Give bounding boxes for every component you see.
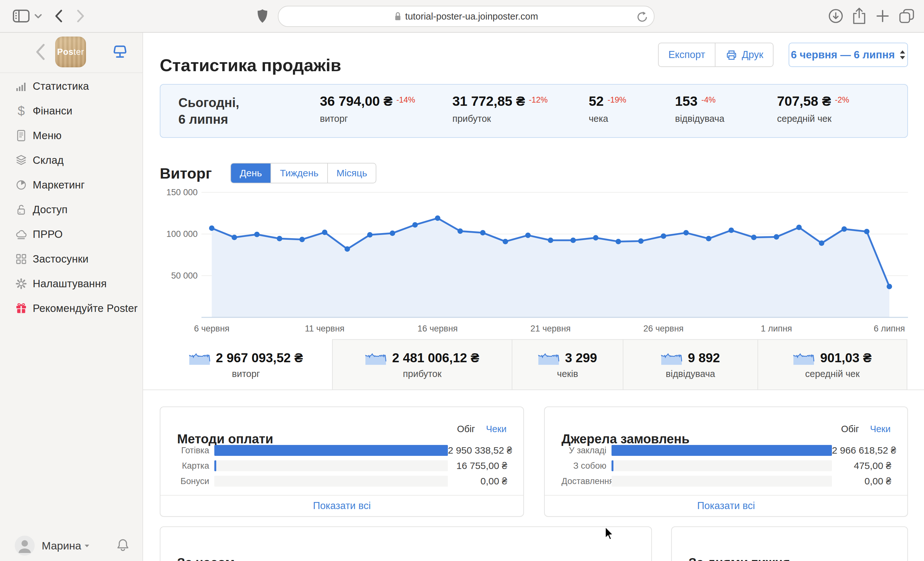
bar-track [214,476,448,487]
metric-cell-відвідувача[interactable]: 9 892 відвідувача [623,339,758,389]
metric-cell-top: 3 299 [538,350,597,365]
bar-row-label: З собою [561,461,612,471]
dollar-icon: $ [14,105,28,117]
today-title: Сьогодні, 6 липня [178,94,239,127]
sidebar-header: Poster [0,32,142,73]
svg-text:1 липня: 1 липня [761,324,792,334]
order-sources-show-all[interactable]: Показати всі [545,495,908,516]
metric-cell-прибуток[interactable]: 2 481 006,12 ₴ прибуток [332,339,512,389]
layers-icon [14,154,28,167]
sidebar-item-label: ПРРО [33,228,63,241]
chevron-down-icon[interactable] [33,0,43,32]
logo-text-light: ter [74,47,84,57]
sidebar-item-access[interactable]: Доступ [0,197,142,222]
sidebar-item-settings[interactable]: Налаштування [0,271,142,296]
export-label: Експорт [668,49,705,61]
today-title-line1: Сьогодні, [178,94,239,111]
tab-week[interactable]: Тиждень [270,163,327,183]
sidebar-item-statistics[interactable]: Статистика [0,74,142,99]
bar-row-У-закладі: У закладі 2 966 618,52 ₴ [561,445,891,456]
today-stat-value: 52-19% [589,94,626,109]
poster-logo[interactable]: Poster [55,37,86,67]
metric-label: чеків [557,369,578,379]
lock-open-icon [14,203,28,216]
revenue-title: Виторг [160,165,212,182]
user-name: Марина [42,540,81,552]
share-icon[interactable] [851,0,867,32]
notifications-bell-icon[interactable] [116,538,130,554]
sidebar-item-marketing[interactable]: Маркетинг [0,172,142,197]
sidebar-item-apps[interactable]: Застосунки [0,247,142,271]
bar-row-label: Бонуси [177,476,214,486]
sidebar: Poster Статистика $ Фінанси Меню Склад М… [0,32,143,561]
sidebar-toggle-icon[interactable] [12,0,30,32]
bar-row-value: 0,00 ₴ [832,476,891,487]
order-sources-rows: У закладі 2 966 618,52 ₴ З собою 475,00 … [561,445,891,491]
payment-methods-show-all[interactable]: Показати всі [160,495,523,516]
download-icon[interactable] [828,0,844,32]
new-tab-icon[interactable] [875,0,890,32]
sidebar-item-stock[interactable]: Склад [0,148,142,172]
metric-label: виторг [232,369,260,379]
address-bar[interactable]: tutorial-poster-ua.joinposter.com [278,6,654,27]
metrics-strip: 2 967 093,52 ₴ виторг 2 481 006,12 ₴ при… [160,339,908,389]
sidebar-item-label: Налаштування [33,278,106,290]
page-title: Статистика продажів [160,55,341,75]
bar-track [214,445,448,456]
bar-row-label: У закладі [561,446,612,456]
terminal-icon[interactable] [111,43,129,60]
back-icon[interactable] [52,0,65,32]
mouse-cursor [604,527,617,541]
logo-text-bold: Pos [57,47,74,57]
stepper-arrows-icon [899,50,906,60]
collapse-sidebar-icon[interactable] [34,42,45,62]
payment-methods-toggle: Обіг Чеки [457,424,507,434]
reload-icon[interactable] [636,11,648,23]
toggle-turnover[interactable]: Обіг [841,424,859,434]
sidebar-item-label: Меню [33,130,62,142]
bar-row-label: Картка [177,461,214,471]
sidebar-item-prro[interactable]: ПРРО [0,222,142,247]
today-stat: 36 794,00 ₴-14% виторг [320,94,415,124]
bar-row-value: 2 966 618,52 ₴ [832,445,891,456]
svg-text:26 червня: 26 червня [643,324,684,334]
metric-value: 901,03 ₴ [820,351,872,365]
user-menu[interactable]: Марина [0,533,142,558]
sidebar-item-recommend[interactable]: Рекомендуйте Poster [0,296,142,320]
sidebar-item-label: Рекомендуйте Poster [33,302,138,314]
sidebar-item-label: Склад [33,154,64,166]
toggle-receipts[interactable]: Чеки [486,424,507,434]
export-button[interactable]: Експорт [658,43,715,66]
tabs-overview-icon[interactable] [898,0,915,32]
tab-day[interactable]: День [231,163,270,183]
bar-row-З-собою: З собою 475,00 ₴ [561,460,891,471]
sparkline-icon [365,350,386,365]
sidebar-item-finance[interactable]: $ Фінанси [0,99,142,123]
print-button[interactable]: Друк [715,43,773,66]
today-stat-value: 707,58 ₴-2% [777,94,849,109]
strip-divider [142,389,924,390]
shield-icon[interactable] [255,0,270,32]
main-content: Статистика продажів Експорт Друк 6 червн… [142,32,924,561]
svg-text:150 000: 150 000 [166,187,198,197]
bar-chart-icon [14,80,28,93]
metric-cell-середній-чек[interactable]: 901,03 ₴ середній чек [758,339,908,389]
revenue-chart: 50 000100 000150 0006 червня11 червня16 … [160,186,908,334]
svg-text:21 червня: 21 червня [530,324,571,334]
today-stat-delta: -19% [608,95,626,104]
by-weekday-title: За днями тижня [688,555,790,561]
metric-cell-чеків[interactable]: 3 299 чеків [512,339,623,389]
forward-icon[interactable] [74,0,87,32]
toggle-turnover[interactable]: Обіг [457,424,475,434]
date-range-selector[interactable]: 6 червня — 6 липня [789,43,908,67]
metric-cell-виторг[interactable]: 2 967 093,52 ₴ виторг [160,339,332,389]
svg-text:100 000: 100 000 [166,229,198,239]
svg-text:50 000: 50 000 [171,271,198,280]
toggle-receipts[interactable]: Чеки [870,424,891,434]
sidebar-item-menu[interactable]: Меню [0,123,142,148]
svg-text:11 червня: 11 червня [305,324,345,334]
metric-cell-top: 9 892 [661,350,720,365]
tab-month[interactable]: Місяць [327,163,376,183]
today-stat-delta: -2% [835,95,849,104]
url-text: tutorial-poster-ua.joinposter.com [405,11,538,22]
